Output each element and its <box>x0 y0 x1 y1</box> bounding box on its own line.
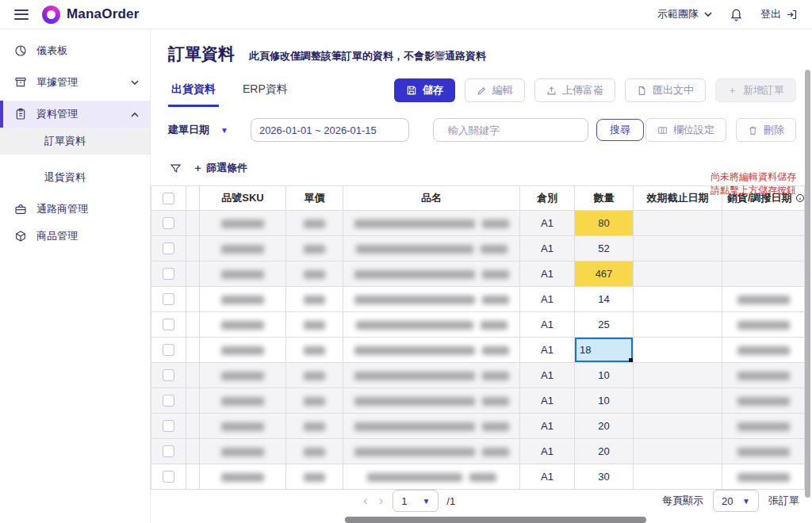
search-button[interactable]: 搜尋 <box>596 119 644 141</box>
quantity-cell[interactable]: 10 <box>575 388 634 414</box>
unit-price-cell-redacted[interactable] <box>286 262 343 287</box>
row-checkbox[interactable] <box>163 344 174 356</box>
row-spacer-cell[interactable] <box>186 236 200 262</box>
quantity-cell[interactable]: 467 <box>575 262 634 287</box>
row-checkbox[interactable] <box>163 242 174 254</box>
date-range-input[interactable] <box>259 124 399 136</box>
sidebar-item-channel-management[interactable]: 通路商管理 <box>0 196 150 223</box>
sku-cell-redacted[interactable] <box>200 236 286 262</box>
row-checkbox[interactable] <box>163 420 174 432</box>
unit-price-cell-redacted[interactable] <box>286 338 343 363</box>
sale-transfer-date-cell[interactable] <box>722 211 805 236</box>
prev-page-icon[interactable]: ‹ <box>362 493 370 509</box>
select-all-checkbox[interactable] <box>163 193 174 204</box>
unit-price-cell-redacted[interactable] <box>286 363 343 388</box>
sale-transfer-date-cell-redacted[interactable] <box>722 312 805 338</box>
sale-transfer-date-cell-redacted[interactable] <box>722 363 805 388</box>
expiry-date-cell[interactable] <box>634 388 722 414</box>
quantity-cell[interactable]: 20 <box>575 414 634 439</box>
unit-price-cell-redacted[interactable] <box>286 211 343 236</box>
row-checkbox[interactable] <box>163 293 174 305</box>
warehouse-cell[interactable]: A1 <box>520 414 575 439</box>
sale-transfer-date-cell-redacted[interactable] <box>722 388 805 414</box>
page-select[interactable]: 1 ▼ <box>393 490 439 512</box>
unit-price-cell-redacted[interactable] <box>286 414 343 439</box>
product-name-cell-redacted[interactable] <box>343 262 520 287</box>
row-checkbox[interactable] <box>163 268 174 280</box>
date-range-picker[interactable] <box>251 118 409 142</box>
product-name-cell-redacted[interactable] <box>343 338 520 363</box>
sale-transfer-date-cell[interactable] <box>722 236 805 262</box>
row-spacer-cell[interactable] <box>186 414 200 439</box>
sidebar-item-data-management[interactable]: 資料管理 <box>0 101 150 128</box>
row-checkbox-cell[interactable] <box>151 236 186 262</box>
warehouse-cell[interactable]: A1 <box>520 236 575 262</box>
row-checkbox[interactable] <box>163 471 174 483</box>
row-checkbox[interactable] <box>163 395 174 407</box>
sku-cell-redacted[interactable] <box>200 338 286 363</box>
unit-price-cell-redacted[interactable] <box>286 388 343 414</box>
row-spacer-cell[interactable] <box>186 312 200 338</box>
sidebar-item-product-management[interactable]: 商品管理 <box>0 223 150 250</box>
sale-transfer-date-cell-redacted[interactable] <box>722 414 805 439</box>
row-spacer-cell[interactable] <box>186 211 200 236</box>
expiry-date-cell[interactable] <box>634 338 722 363</box>
quantity-cell[interactable]: 80 <box>575 211 634 236</box>
product-name-cell-redacted[interactable] <box>343 287 520 312</box>
quantity-cell[interactable]: 30 <box>575 464 634 490</box>
product-name-cell-redacted[interactable] <box>343 439 520 464</box>
warehouse-cell[interactable]: A1 <box>520 464 575 490</box>
sidebar-item-dashboard[interactable]: 儀表板 <box>0 37 150 64</box>
product-name-cell-redacted[interactable] <box>343 211 520 236</box>
row-spacer-cell[interactable] <box>186 338 200 363</box>
warehouse-cell[interactable]: A1 <box>520 287 575 312</box>
row-checkbox[interactable] <box>163 217 174 229</box>
product-name-cell-redacted[interactable] <box>343 414 520 439</box>
row-spacer-cell[interactable] <box>186 262 200 287</box>
tab-erp-data[interactable]: ERP資料 <box>239 76 291 107</box>
sku-cell-redacted[interactable] <box>200 388 286 414</box>
sku-cell-redacted[interactable] <box>200 312 286 338</box>
product-name-cell-redacted[interactable] <box>343 312 520 338</box>
sku-cell-redacted[interactable] <box>200 262 286 287</box>
expiry-date-cell[interactable] <box>634 312 722 338</box>
quantity-cell[interactable]: 14 <box>575 287 634 312</box>
unit-price-cell-redacted[interactable] <box>286 236 343 262</box>
product-name-cell-redacted[interactable] <box>343 388 520 414</box>
sku-cell-redacted[interactable] <box>200 414 286 439</box>
next-page-icon[interactable]: › <box>377 493 385 509</box>
product-name-cell-redacted[interactable] <box>343 236 520 262</box>
unit-price-cell-redacted[interactable] <box>286 439 343 464</box>
row-checkbox-cell[interactable] <box>151 464 186 490</box>
row-spacer-cell[interactable] <box>186 464 200 490</box>
unit-price-cell-redacted[interactable] <box>286 287 343 312</box>
logout-button[interactable]: 登出 <box>760 7 798 21</box>
row-checkbox-cell[interactable] <box>151 338 186 363</box>
row-checkbox-cell[interactable] <box>151 262 186 287</box>
quantity-cell[interactable]: 20 <box>575 439 634 464</box>
export-button[interactable]: 匯出文中 <box>625 78 706 102</box>
sku-cell-redacted[interactable] <box>200 439 286 464</box>
edit-button[interactable]: 編輯 <box>465 78 525 102</box>
unit-price-cell-redacted[interactable] <box>286 464 343 490</box>
row-checkbox-cell[interactable] <box>151 287 186 312</box>
expiry-date-cell[interactable] <box>634 464 722 490</box>
row-checkbox-cell[interactable] <box>151 312 186 338</box>
sidebar-subitem-order-data[interactable]: 訂單資料 <box>0 128 150 155</box>
quantity-cell[interactable]: 52 <box>575 236 634 262</box>
keyword-search-box[interactable] <box>433 118 588 142</box>
sidebar-subitem-return-data[interactable]: 退貨資料 <box>0 164 150 191</box>
row-spacer-cell[interactable] <box>186 287 200 312</box>
tab-shipping-data[interactable]: 出貨資料 <box>168 76 219 107</box>
row-checkbox-cell[interactable] <box>151 388 186 414</box>
sale-transfer-date-cell[interactable] <box>722 262 805 287</box>
sku-cell-redacted[interactable] <box>200 464 286 490</box>
expiry-date-cell[interactable] <box>634 414 722 439</box>
expiry-date-cell[interactable] <box>634 439 722 464</box>
row-checkbox[interactable] <box>163 369 174 381</box>
date-field-dropdown-icon[interactable]: ▼ <box>220 126 228 135</box>
per-page-select[interactable]: 20 ▼ <box>713 490 759 512</box>
warehouse-cell[interactable]: A1 <box>520 211 575 236</box>
warehouse-cell[interactable]: A1 <box>520 312 575 338</box>
row-spacer-cell[interactable] <box>186 363 200 388</box>
